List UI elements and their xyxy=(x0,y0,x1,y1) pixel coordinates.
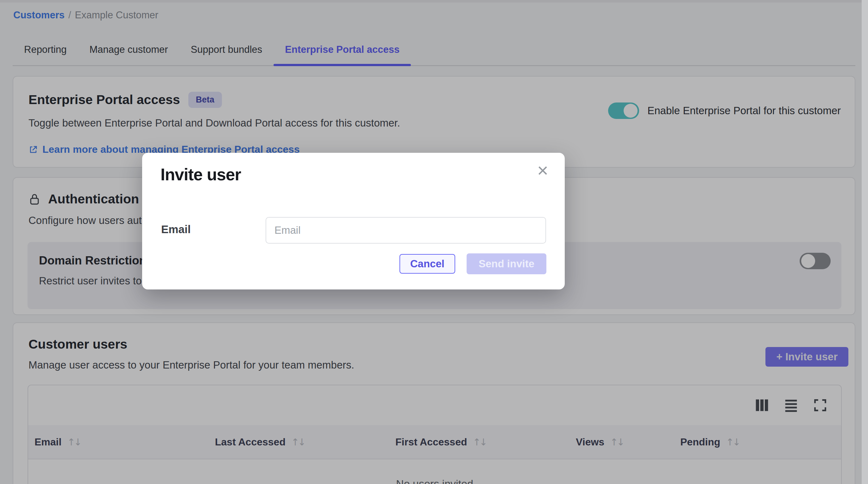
modal-title: Invite user xyxy=(160,165,241,184)
page-scrollbar[interactable] xyxy=(862,0,868,484)
invite-user-modal: Invite user × Email Cancel Send invite xyxy=(142,153,565,289)
send-invite-button[interactable]: Send invite xyxy=(467,253,547,274)
close-icon[interactable]: × xyxy=(537,161,548,180)
email-label: Email xyxy=(161,223,191,236)
email-field[interactable] xyxy=(266,217,546,244)
cancel-button[interactable]: Cancel xyxy=(400,254,455,273)
